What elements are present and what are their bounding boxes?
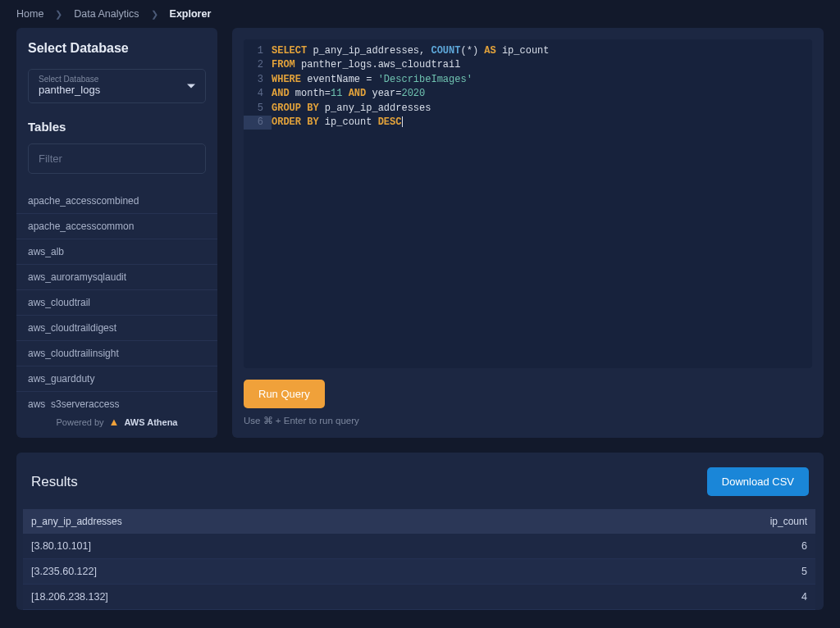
table-item[interactable]: aws_cloudtrailinsight [16,341,217,366]
powered-by-name: AWS Athena [124,417,177,427]
column-header-count[interactable]: ip_count [742,509,815,534]
table-item[interactable]: aws_alb [16,239,217,265]
chevron-right-icon: ❯ [55,9,62,20]
results-table-wrap[interactable]: p_any_ip_addresses ip_count [3.80.10.101… [16,509,824,610]
text-cursor [402,116,403,127]
code-line[interactable]: AND month=11 AND year=2020 [272,87,425,101]
table-item[interactable]: aws_guardduty [16,366,217,392]
athena-icon: ▲ [109,416,120,428]
table-item[interactable]: aws_s3serveraccess [16,392,217,407]
editor-panel: 1SELECT p_any_ip_addresses, COUNT(*) AS … [232,28,824,438]
line-number: 3 [244,73,272,87]
table-item[interactable]: aws_cloudtrail [16,290,217,316]
line-number: 1 [244,44,272,58]
table-row[interactable]: [18.206.238.132]4 [23,585,815,610]
table-row[interactable]: [3.235.60.122]5 [23,559,815,585]
sidebar: Select Database Select Database panther_… [16,28,217,438]
cell-addresses: [18.206.238.132] [23,585,742,610]
cell-count: 4 [742,585,815,610]
line-number: 5 [244,102,272,116]
code-line[interactable]: SELECT p_any_ip_addresses, COUNT(*) AS i… [272,44,550,58]
tables-heading: Tables [28,120,206,134]
chevron-right-icon: ❯ [151,9,158,20]
table-item[interactable]: apache_accesscombined [16,189,217,214]
results-panel: Results Download CSV p_any_ip_addresses … [16,453,824,610]
breadcrumb-home[interactable]: Home [16,8,43,20]
table-item[interactable]: apache_accesscommon [16,214,217,239]
code-line[interactable]: WHERE eventName = 'DescribeImages' [272,73,472,87]
code-line[interactable]: FROM panther_logs.aws_cloudtrail [272,58,460,72]
database-select-label: Select Database [39,75,195,84]
sql-editor[interactable]: 1SELECT p_any_ip_addresses, COUNT(*) AS … [244,39,812,368]
powered-by: Powered by ▲ AWS Athena [28,407,206,431]
breadcrumb-data-analytics[interactable]: Data Analytics [74,8,139,20]
results-heading: Results [31,474,78,490]
code-line[interactable]: ORDER BY ip_count DESC [272,116,403,130]
cell-count: 5 [742,559,815,585]
tables-list[interactable]: apache_accesscombinedapache_accesscommon… [16,189,217,407]
run-hint: Use ⌘ + Enter to run query [244,415,812,426]
sidebar-title: Select Database [28,41,206,56]
chevron-down-icon [187,84,195,89]
results-table: p_any_ip_addresses ip_count [3.80.10.101… [23,509,815,610]
breadcrumb-current: Explorer [170,8,212,20]
powered-by-prefix: Powered by [57,417,104,427]
line-number: 2 [244,58,272,72]
cell-addresses: [3.235.60.122] [23,559,742,585]
download-csv-button[interactable]: Download CSV [707,467,809,496]
table-item[interactable]: aws_auroramysqlaudit [16,265,217,290]
table-row[interactable]: [3.80.10.101]6 [23,534,815,559]
database-select[interactable]: Select Database panther_logs [28,69,206,103]
cell-count: 6 [742,534,815,559]
line-number: 4 [244,87,272,101]
run-query-button[interactable]: Run Query [244,380,325,408]
column-header-addresses[interactable]: p_any_ip_addresses [23,509,742,534]
code-line[interactable]: GROUP BY p_any_ip_addresses [272,102,431,116]
table-item[interactable]: aws_cloudtraildigest [16,316,217,341]
database-select-value: panther_logs [39,84,195,96]
tables-filter-input[interactable] [28,143,206,174]
cell-addresses: [3.80.10.101] [23,534,742,559]
breadcrumb: Home ❯ Data Analytics ❯ Explorer [0,0,840,28]
line-number: 6 [244,116,272,130]
